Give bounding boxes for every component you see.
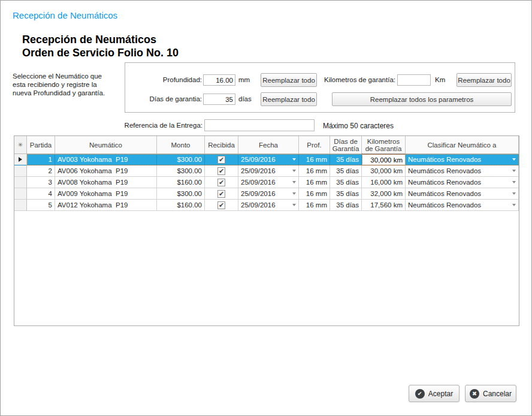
cell-clasificar[interactable]: Neumáticos Renovados — [406, 154, 519, 165]
cell-text: 35 días — [336, 156, 359, 163]
cell-km[interactable]: 17,560 km — [362, 200, 406, 211]
cell-fecha[interactable]: 25/09/2016 — [238, 154, 299, 165]
cell-dias[interactable]: 35 días — [330, 200, 362, 211]
grid-corner-asterisk[interactable]: ✳ — [14, 136, 27, 154]
cell-prof[interactable]: 16 mm — [299, 177, 330, 188]
profundidad-input[interactable] — [203, 74, 235, 86]
row-selector[interactable] — [14, 177, 27, 188]
row-selector[interactable] — [14, 165, 27, 177]
recibida-checkbox[interactable]: ✔ — [217, 179, 225, 186]
cell-partida[interactable]: 1 — [27, 154, 55, 165]
cell-prof[interactable]: 16 mm — [299, 200, 330, 211]
cell-neumatico[interactable]: AV009 Yokohama P19 — [55, 188, 157, 200]
cell-text: 4 — [49, 190, 52, 197]
table-row[interactable]: 5AV012 Yokohama P19$160.00✔25/09/201616 … — [14, 200, 519, 211]
cell-monto[interactable]: $300.00 — [157, 188, 205, 200]
cell-partida[interactable]: 2 — [27, 165, 55, 177]
cell-dias[interactable]: 35 días — [330, 165, 362, 177]
table-row[interactable]: 3AV008 Yokohama P19$160.00✔25/09/201616 … — [14, 177, 519, 188]
dias-garantia-input[interactable] — [203, 94, 235, 105]
table-row[interactable]: 2AV006 Yokohama P19$300.00✔25/09/201616 … — [14, 165, 519, 177]
cell-neumatico[interactable]: AV008 Yokohama P19 — [55, 177, 157, 188]
recibida-checkbox[interactable]: ✔ — [217, 201, 225, 209]
cell-text: $160.00 — [177, 179, 202, 186]
cell-km[interactable]: 32,000 km — [362, 188, 406, 200]
cell-neumatico[interactable]: AV006 Yokohama P19 — [55, 165, 157, 177]
chevron-down-icon[interactable] — [292, 170, 296, 172]
cell-prof[interactable]: 16 mm — [299, 188, 330, 200]
cell-monto[interactable]: $160.00 — [157, 177, 205, 188]
cell-fecha[interactable]: 25/09/2016 — [238, 200, 299, 211]
row-selector[interactable] — [14, 200, 27, 211]
recibida-checkbox[interactable]: ✔ — [217, 190, 225, 198]
accept-button[interactable]: ✔ Aceptar — [409, 385, 460, 402]
cell-fecha[interactable]: 25/09/2016 — [238, 165, 299, 177]
cell-partida[interactable]: 3 — [27, 177, 55, 188]
cell-text: $300.00 — [177, 156, 202, 163]
cell-neumatico[interactable]: AV003 Yokohama P19 — [55, 154, 157, 165]
cancel-button[interactable]: ✖ Cancelar — [465, 385, 516, 402]
chevron-down-icon[interactable] — [512, 181, 516, 183]
cell-recibida[interactable]: ✔ — [205, 154, 238, 165]
page-title: Recepción de Neumáticos Orden de Servici… — [22, 33, 179, 59]
cell-recibida[interactable]: ✔ — [205, 188, 238, 200]
cell-monto[interactable]: $300.00 — [157, 165, 205, 177]
chevron-down-icon[interactable] — [512, 170, 516, 172]
cell-neumatico[interactable]: AV012 Yokohama P19 — [55, 200, 157, 211]
referencia-input[interactable] — [204, 119, 315, 131]
row-selector[interactable] — [14, 188, 27, 200]
column-header-km[interactable]: Kilometros de Garantía — [362, 136, 406, 154]
row-selector[interactable] — [14, 154, 27, 165]
cell-text: Neumáticos Renovados — [408, 156, 481, 163]
cell-recibida[interactable]: ✔ — [205, 200, 238, 211]
cell-monto[interactable]: $160.00 — [157, 200, 205, 211]
cell-fecha[interactable]: 25/09/2016 — [238, 188, 299, 200]
chevron-down-icon[interactable] — [292, 181, 296, 183]
cell-clasificar[interactable]: Neumáticos Renovados — [406, 200, 519, 211]
chevron-down-icon[interactable] — [292, 192, 296, 195]
recibida-checkbox[interactable]: ✔ — [217, 167, 225, 175]
column-header-clasificar[interactable]: Clasificar Neumático a — [406, 136, 519, 154]
kilometros-garantia-label: Kilometros de garantía: — [312, 76, 395, 83]
chevron-down-icon[interactable] — [292, 204, 296, 206]
cell-prof[interactable]: 16 mm — [299, 154, 330, 165]
table-row[interactable]: 4AV009 Yokohama P19$300.00✔25/09/201616 … — [14, 188, 519, 200]
cell-partida[interactable]: 4 — [27, 188, 55, 200]
column-header-dias[interactable]: Días de Garantía — [330, 136, 362, 154]
cell-km[interactable]: 30,000 km — [362, 165, 406, 177]
cell-recibida[interactable]: ✔ — [205, 177, 238, 188]
cell-text: Neumáticos Renovados — [408, 167, 481, 174]
replace-all-parameters-button[interactable]: Reemplazar todos los parametros — [332, 92, 512, 106]
cell-dias[interactable]: 35 días — [330, 188, 362, 200]
column-header-prof[interactable]: Prof. — [299, 136, 330, 154]
cell-dias[interactable]: 35 días — [330, 154, 362, 165]
replace-profundidad-button[interactable]: Reemplazar todo — [261, 73, 317, 87]
cell-monto[interactable]: $300.00 — [157, 154, 205, 165]
cell-dias[interactable]: 35 días — [330, 177, 362, 188]
column-header-neumatico[interactable]: Neumático — [55, 136, 157, 154]
chevron-down-icon[interactable] — [512, 192, 516, 195]
replace-dias-button[interactable]: Reemplazar todo — [261, 92, 317, 106]
cell-text: 16 mm — [306, 190, 327, 197]
cell-partida[interactable]: 5 — [27, 200, 55, 211]
kilometros-garantia-input[interactable] — [397, 74, 431, 86]
cell-km[interactable]: 30,000 km — [362, 154, 406, 165]
column-header-recibida[interactable]: Recibida — [205, 136, 238, 154]
chevron-down-icon[interactable] — [292, 158, 296, 161]
cell-recibida[interactable]: ✔ — [205, 165, 238, 177]
column-header-fecha[interactable]: Fecha — [238, 136, 299, 154]
replace-kilometros-button[interactable]: Reemplazar todo — [457, 73, 512, 87]
cell-fecha[interactable]: 25/09/2016 — [238, 177, 299, 188]
cell-prof[interactable]: 16 mm — [299, 165, 330, 177]
cell-clasificar[interactable]: Neumáticos Renovados — [406, 177, 519, 188]
cell-clasificar[interactable]: Neumáticos Renovados — [406, 188, 519, 200]
table-row[interactable]: 1AV003 Yokohama P19$300.00✔25/09/201616 … — [14, 154, 519, 165]
recibida-checkbox[interactable]: ✔ — [217, 156, 225, 164]
chevron-down-icon[interactable] — [512, 158, 516, 161]
cell-text: 25/09/2016 — [241, 156, 276, 163]
column-header-monto[interactable]: Monto — [157, 136, 205, 154]
cell-km[interactable]: 16,000 km — [362, 177, 406, 188]
cell-clasificar[interactable]: Neumáticos Renovados — [406, 165, 519, 177]
chevron-down-icon[interactable] — [512, 204, 516, 206]
column-header-partida[interactable]: Partida — [27, 136, 55, 154]
